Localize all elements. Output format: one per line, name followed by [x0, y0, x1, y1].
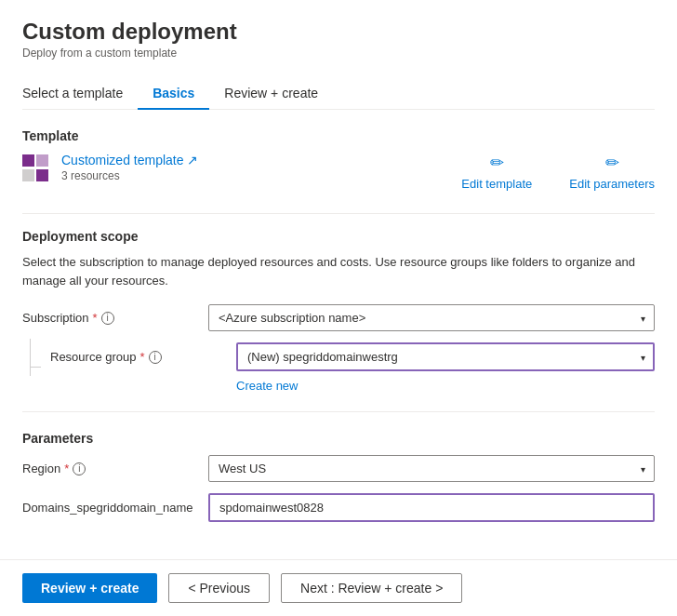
resource-group-label: Resource group * i	[50, 350, 236, 364]
tab-select-template[interactable]: Select a template	[22, 78, 138, 110]
parameters-heading: Parameters	[22, 431, 655, 446]
region-control: West US ▾	[208, 455, 655, 482]
edit-template-button[interactable]: ✏ Edit template	[461, 153, 532, 191]
rg-info-icon[interactable]: i	[149, 351, 162, 364]
subscription-info-icon[interactable]: i	[101, 312, 114, 325]
template-actions: ✏ Edit template ✏ Edit parameters	[461, 153, 655, 191]
template-info: Customized template ↗ 3 resources	[22, 153, 198, 182]
rg-required-star: *	[140, 350, 145, 364]
template-section: Template Customized template ↗ 3	[22, 128, 655, 191]
tab-basics[interactable]: Basics	[138, 78, 209, 110]
template-heading: Template	[22, 128, 655, 143]
external-link-icon: ↗	[187, 153, 198, 167]
create-new-link[interactable]: Create new	[236, 379, 298, 393]
page-title: Custom deployment	[22, 19, 655, 45]
subscription-field: Subscription * i <Azure subscription nam…	[22, 304, 655, 331]
pencil-icon-params: ✏	[605, 153, 619, 173]
deployment-scope-section: Deployment scope Select the subscription…	[22, 229, 655, 393]
template-resources: 3 resources	[61, 169, 198, 182]
page-subtitle: Deploy from a custom template	[22, 47, 655, 60]
resource-group-row: Resource group * i (New) spegriddomainwe…	[22, 342, 655, 371]
deployment-scope-heading: Deployment scope	[22, 229, 655, 244]
review-create-button[interactable]: Review + create	[22, 573, 157, 603]
subscription-required-star: *	[93, 311, 98, 325]
resource-group-control: (New) spegriddomainwestrg ▾	[236, 342, 655, 371]
subscription-label: Subscription * i	[22, 311, 208, 325]
domain-name-control	[208, 493, 655, 522]
scope-description: Select the subscription to manage deploy…	[22, 253, 655, 289]
tab-review-create[interactable]: Review + create	[209, 78, 333, 110]
resource-group-select[interactable]: (New) spegriddomainwestrg	[236, 342, 655, 371]
pencil-icon: ✏	[490, 153, 504, 173]
domain-name-label: Domains_spegriddomain_name	[22, 501, 208, 515]
previous-button[interactable]: < Previous	[168, 573, 270, 603]
edit-parameters-button[interactable]: ✏ Edit parameters	[569, 153, 655, 191]
region-select[interactable]: West US	[208, 455, 655, 482]
divider-2	[22, 411, 655, 412]
template-link[interactable]: Customized template ↗	[61, 153, 198, 167]
domain-name-input[interactable]	[208, 493, 655, 522]
parameters-section: Parameters Region * i West US ▾ Domains_…	[22, 431, 655, 522]
region-info-icon[interactable]: i	[73, 462, 86, 475]
region-field: Region * i West US ▾	[22, 455, 655, 482]
subscription-select[interactable]: <Azure subscription name>	[208, 304, 655, 331]
tabs-container: Select a template Basics Review + create	[22, 78, 655, 110]
next-button[interactable]: Next : Review + create >	[281, 573, 462, 603]
template-icon	[22, 153, 52, 182]
subscription-control: <Azure subscription name> ▾	[208, 304, 655, 331]
template-details: Customized template ↗ 3 resources	[61, 153, 198, 182]
region-required-star: *	[64, 462, 69, 475]
region-label: Region * i	[22, 462, 208, 475]
divider-1	[22, 213, 655, 214]
domain-name-field: Domains_spegriddomain_name	[22, 493, 655, 522]
footer: Review + create < Previous Next : Review…	[0, 559, 677, 616]
